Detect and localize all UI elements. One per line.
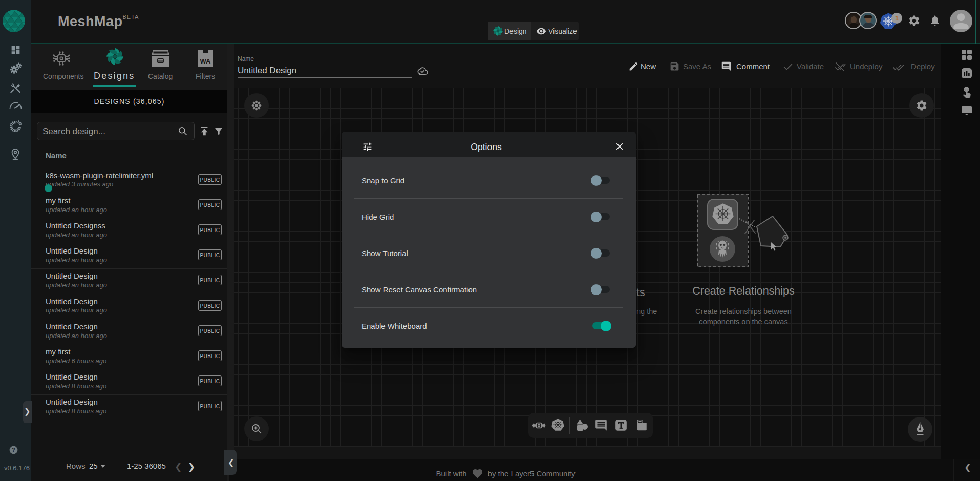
svg-text:?: ?: [12, 447, 15, 453]
svg-text:WA: WA: [200, 57, 211, 65]
